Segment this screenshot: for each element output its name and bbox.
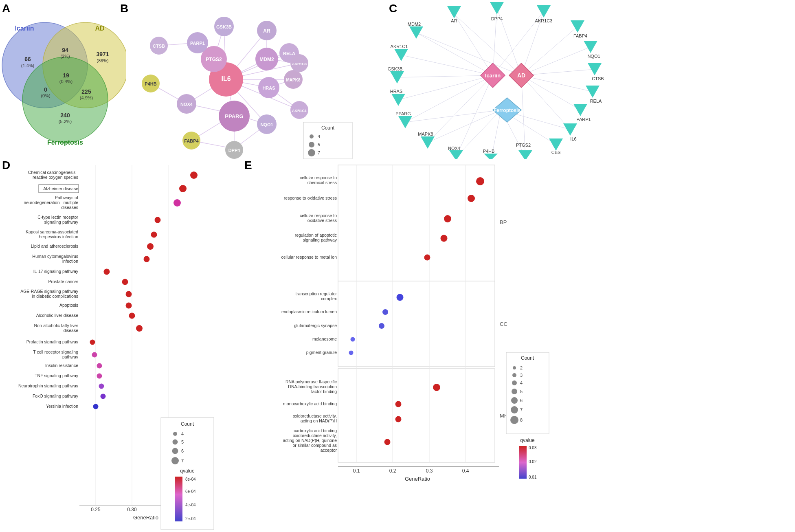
svg-point-264 <box>424 255 430 261</box>
network-c: AR DPP4 AKR1C3 FABP4 NQO1 CTSB RELA PARP… <box>387 0 631 159</box>
svg-text:7: 7 <box>520 407 523 412</box>
svg-text:3: 3 <box>520 373 523 378</box>
svg-text:BP: BP <box>500 219 507 225</box>
svg-point-204 <box>136 325 143 332</box>
svg-text:4e-04: 4e-04 <box>185 503 196 507</box>
svg-point-86 <box>309 142 314 147</box>
svg-text:PTGS2: PTGS2 <box>206 57 222 62</box>
svg-text:Apoptosis: Apoptosis <box>59 303 78 308</box>
panel-e-label: E <box>244 159 252 172</box>
svg-text:MAPK8: MAPK8 <box>286 78 300 82</box>
venn-diagram: Icariin AD Ferroptosis 66 (1.4%) 3971 (8… <box>0 8 126 147</box>
svg-point-213 <box>97 374 102 379</box>
svg-text:qvalue: qvalue <box>520 437 535 443</box>
svg-text:acceptor: acceptor <box>321 448 337 453</box>
svg-text:GSK3B: GSK3B <box>216 24 232 29</box>
svg-text:monocarboxylic acid binding: monocarboxylic acid binding <box>283 401 337 406</box>
svg-line-109 <box>428 75 493 143</box>
svg-text:7: 7 <box>318 150 320 155</box>
svg-text:cellular response to: cellular response to <box>300 213 337 218</box>
svg-text:T cell receptor signaling: T cell receptor signaling <box>33 350 78 354</box>
svg-marker-132 <box>573 104 587 116</box>
svg-rect-237 <box>338 281 495 367</box>
svg-text:GeneRatio: GeneRatio <box>133 514 158 521</box>
svg-marker-154 <box>409 26 423 39</box>
svg-text:MDM2: MDM2 <box>259 57 274 62</box>
svg-text:0.3: 0.3 <box>426 468 433 474</box>
svg-text:reactive oxygen species: reactive oxygen species <box>33 175 78 180</box>
svg-line-117 <box>416 33 521 75</box>
svg-text:4: 4 <box>181 431 184 436</box>
svg-point-281 <box>395 401 402 407</box>
svg-point-179 <box>173 199 181 207</box>
svg-text:oxidative stress: oxidative stress <box>307 218 337 223</box>
figure-container: A Icariin AD Ferroptosis 66 (1.4%) 3971 … <box>0 0 795 532</box>
svg-point-201 <box>129 313 135 319</box>
svg-text:RELA: RELA <box>283 51 295 56</box>
svg-text:AR: AR <box>451 18 457 23</box>
svg-point-222 <box>173 432 177 436</box>
ad-label: AD <box>95 25 104 32</box>
svg-text:0.30: 0.30 <box>127 507 137 512</box>
svg-text:FABP4: FABP4 <box>184 138 199 143</box>
svg-text:AKR1C1: AKR1C1 <box>391 44 408 49</box>
svg-point-262 <box>441 235 448 242</box>
svg-text:AKR1C3: AKR1C3 <box>535 18 553 23</box>
svg-text:PARP1: PARP1 <box>190 41 205 46</box>
svg-text:66: 66 <box>24 56 31 62</box>
svg-point-84 <box>310 134 314 138</box>
svg-point-209 <box>92 352 97 358</box>
svg-text:6e-04: 6e-04 <box>185 489 196 494</box>
svg-point-194 <box>122 279 128 285</box>
svg-marker-152 <box>394 49 408 61</box>
svg-point-211 <box>97 363 102 369</box>
svg-text:4: 4 <box>520 380 523 385</box>
dotplot-e: BP CC MF 0.1 0.2 0.3 0.4 GeneRatio c <box>242 157 552 532</box>
svg-text:Insulin resistance: Insulin resistance <box>45 363 78 368</box>
panel-d-label: D <box>2 159 10 172</box>
svg-text:94: 94 <box>62 47 68 53</box>
ferroptosis-label: Ferroptosis <box>47 139 83 146</box>
svg-text:PPARG: PPARG <box>225 113 243 119</box>
svg-text:CTSB: CTSB <box>153 44 165 48</box>
svg-text:Alzheimer disease: Alzheimer disease <box>43 186 78 191</box>
svg-point-273 <box>351 337 355 342</box>
svg-text:PARP1: PARP1 <box>576 117 591 122</box>
svg-text:(0.4%): (0.4%) <box>59 79 72 84</box>
svg-marker-122 <box>537 5 551 18</box>
svg-text:HRAS: HRAS <box>262 86 275 90</box>
svg-point-187 <box>147 243 154 250</box>
panel-c: C <box>387 0 639 159</box>
panel-b: B <box>118 0 362 163</box>
svg-line-97 <box>521 47 591 75</box>
svg-text:(5.2%): (5.2%) <box>59 119 72 124</box>
svg-text:factor binding: factor binding <box>311 389 337 394</box>
icariin-label: Icariin <box>15 25 34 32</box>
svg-text:HRAS: HRAS <box>390 89 403 94</box>
svg-text:response to oxidative stress: response to oxidative stress <box>284 196 337 200</box>
svg-text:transcription regulator: transcription regulator <box>295 291 337 296</box>
svg-text:Neurotrophin signaling pathway: Neurotrophin signaling pathway <box>18 383 79 388</box>
svg-point-305 <box>510 416 518 424</box>
svg-text:glutamatergic synapse: glutamatergic synapse <box>294 323 337 328</box>
svg-text:(4.9%): (4.9%) <box>80 95 93 100</box>
svg-text:Count: Count <box>521 355 534 361</box>
svg-text:in diabetic complications: in diabetic complications <box>32 294 78 299</box>
svg-line-90 <box>454 14 493 75</box>
svg-text:CBS: CBS <box>551 150 561 155</box>
svg-text:AD: AD <box>517 72 525 79</box>
svg-point-175 <box>179 185 187 192</box>
svg-point-190 <box>144 256 150 262</box>
svg-text:CC: CC <box>500 321 507 327</box>
svg-text:complex: complex <box>321 296 337 301</box>
svg-text:0.01: 0.01 <box>529 475 537 479</box>
svg-marker-134 <box>563 123 577 136</box>
svg-text:NQO1: NQO1 <box>260 122 273 127</box>
svg-text:CTSB: CTSB <box>592 76 604 81</box>
svg-text:neurodegeneration - multiple: neurodegeneration - multiple <box>24 200 78 205</box>
svg-text:C-type lectin receptor: C-type lectin receptor <box>37 215 78 220</box>
svg-text:pigment granule: pigment granule <box>306 350 337 355</box>
svg-point-303 <box>511 406 518 413</box>
svg-point-192 <box>104 269 110 275</box>
svg-text:5: 5 <box>181 440 184 444</box>
